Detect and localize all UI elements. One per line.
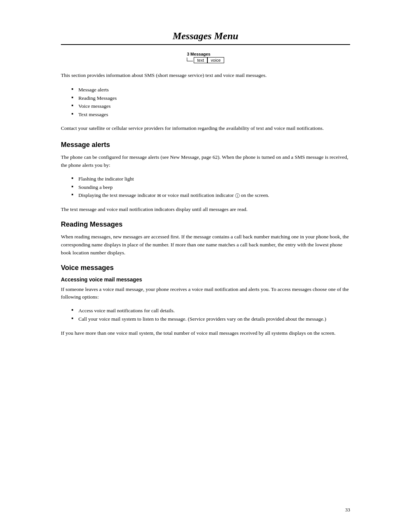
diagram-nodes: text voice [194, 57, 224, 63]
voice-messages-heading: Voice messages [61, 264, 350, 272]
list-item: Sounding a beep [72, 183, 350, 192]
reading-messages-heading: Reading Messages [61, 220, 350, 228]
tree-branch-icon [187, 58, 193, 61]
page-number: 33 [345, 507, 350, 513]
list-item: Text messages [72, 110, 350, 119]
list-item: Call your voice mail system to listen to… [72, 315, 350, 323]
message-alerts-bullet-list: Flashing the indicator light Sounding a … [72, 175, 350, 200]
list-item: Flashing the indicator light [72, 175, 350, 183]
message-alerts-para1: The phone can be configured for message … [61, 153, 350, 169]
list-item: Reading Messages [72, 94, 350, 102]
list-item: Message alerts [72, 86, 350, 94]
voice-messages-para1: If someone leaves a voice mail message, … [61, 286, 350, 302]
contact-text: Contact your satellite or cellular servi… [61, 125, 350, 133]
page-title: Messages Menu [61, 30, 350, 42]
menu-diagram: 3 Messages text voice [61, 52, 350, 63]
message-alerts-heading: Message alerts [61, 141, 350, 149]
voice-messages-bullet-list: Access voice mail notifications for call… [72, 307, 350, 323]
title-rule [61, 44, 350, 45]
diagram-tree: text voice [187, 57, 224, 63]
voice-messages-para2: If you have more than one voice mail sys… [61, 329, 350, 337]
voicemail-icon: ⓘ [235, 192, 240, 200]
reading-messages-para: When reading messages, new messages are … [61, 233, 350, 257]
list-item: Displaying the text message indicator ✉ … [72, 191, 350, 200]
intro-bullet-list: Message alerts Reading Messages Voice me… [72, 86, 350, 118]
accessing-voicemail-heading: Accessing voice mail messages [61, 276, 350, 283]
diagram-node-text: text [194, 57, 207, 63]
list-item: Voice messages [72, 102, 350, 110]
reading-messages-section: Reading Messages When reading messages, … [61, 220, 350, 257]
diagram-top-label: 3 Messages [187, 52, 224, 56]
text-message-icon: ✉ [157, 192, 161, 200]
message-alerts-section: Message alerts The phone can be configur… [61, 141, 350, 214]
message-alerts-para2: The text message and voice mail notifica… [61, 206, 350, 214]
intro-paragraph: This section provides information about … [61, 72, 350, 80]
list-item: Access voice mail notifications for call… [72, 307, 350, 315]
page: Messages Menu 3 Messages text voice This… [0, 0, 411, 532]
diagram-node-voice: voice [207, 57, 224, 63]
voice-messages-section: Voice messages Accessing voice mail mess… [61, 264, 350, 337]
